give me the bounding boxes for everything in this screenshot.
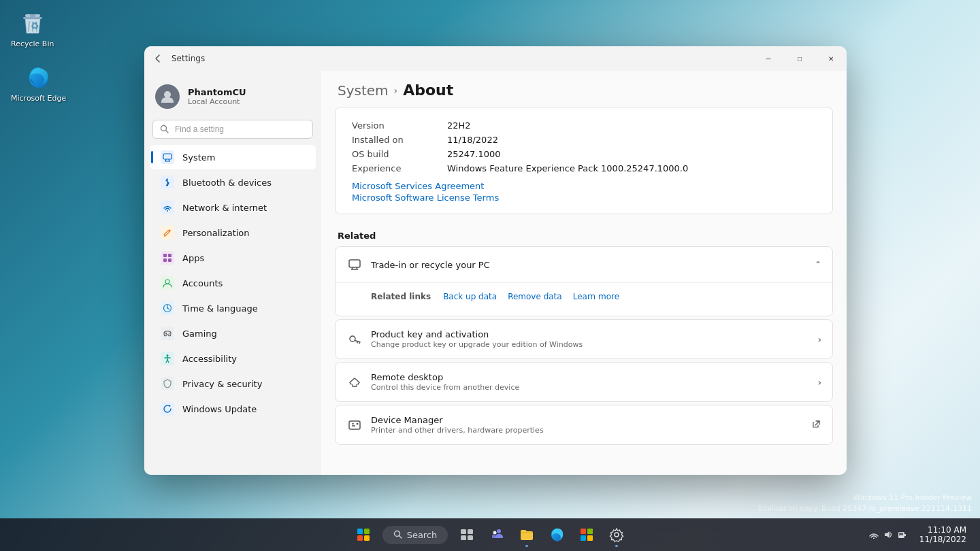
svg-line-23 bbox=[167, 308, 169, 310]
user-info: PhantomCU Local Account bbox=[188, 87, 310, 106]
task-view-button[interactable] bbox=[453, 521, 480, 548]
svg-rect-33 bbox=[349, 260, 360, 267]
device-manager-row[interactable]: Device Manager Printer and other drivers… bbox=[336, 405, 832, 444]
trade-in-title: Trade-in or recycle your PC bbox=[371, 260, 806, 270]
svg-rect-55 bbox=[468, 535, 473, 540]
teams-button[interactable] bbox=[483, 521, 510, 548]
svg-rect-67 bbox=[899, 535, 903, 537]
breadcrumb-parent: System bbox=[338, 82, 389, 99]
sidebar-item-accounts[interactable]: Accounts bbox=[150, 271, 316, 295]
taskbar-right: 11:10 AM 11/18/2022 bbox=[864, 518, 980, 551]
sidebar-item-gaming[interactable]: Gaming bbox=[150, 321, 316, 346]
svg-rect-46 bbox=[357, 529, 363, 534]
product-key-row[interactable]: Product key and activation Change produc… bbox=[336, 320, 832, 358]
maximize-button[interactable]: □ bbox=[784, 46, 815, 71]
related-item-remote-desktop: Remote desktop Control this device from … bbox=[335, 362, 833, 402]
mslt-link[interactable]: Microsoft Software License Terms bbox=[352, 193, 816, 203]
start-button[interactable] bbox=[350, 521, 377, 548]
settings-taskbar-button[interactable] bbox=[603, 521, 630, 548]
sidebar-item-network[interactable]: Network & internet bbox=[150, 195, 316, 220]
trade-in-header[interactable]: Trade-in or recycle your PC ⌃ bbox=[336, 247, 832, 282]
store-button[interactable] bbox=[573, 521, 600, 548]
info-row-experience: Experience Windows Feature Experience Pa… bbox=[352, 161, 816, 176]
sidebar-label-personalization: Personalization bbox=[182, 228, 250, 238]
edge-taskbar-button[interactable] bbox=[543, 521, 570, 548]
version-value: 22H2 bbox=[447, 120, 471, 131]
file-explorer-button[interactable] bbox=[513, 521, 540, 548]
sidebar-item-time[interactable]: Time & language bbox=[150, 296, 316, 320]
svg-point-14 bbox=[167, 210, 168, 212]
product-key-arrow: › bbox=[817, 334, 821, 345]
taskbar-search-icon bbox=[393, 530, 403, 539]
privacy-icon bbox=[161, 377, 174, 390]
svg-point-20 bbox=[165, 280, 169, 284]
learn-more-link[interactable]: Learn more bbox=[569, 290, 623, 303]
svg-rect-52 bbox=[461, 529, 466, 534]
sidebar-search-box[interactable] bbox=[152, 120, 313, 139]
clock-date: 11/18/2022 bbox=[919, 535, 966, 544]
time-icon bbox=[161, 301, 174, 315]
teams-icon bbox=[489, 527, 504, 542]
remote-desktop-row[interactable]: Remote desktop Control this device from … bbox=[336, 363, 832, 401]
watermark-line1: Windows 11 Pro Insider Preview bbox=[758, 492, 972, 503]
svg-rect-16 bbox=[163, 254, 167, 257]
bluetooth-icon bbox=[161, 176, 174, 189]
breadcrumb-separator: › bbox=[394, 85, 398, 96]
taskbar-search[interactable]: Search bbox=[382, 526, 448, 544]
search-input[interactable] bbox=[175, 124, 306, 134]
minimize-button[interactable]: ─ bbox=[753, 46, 784, 71]
installed-label: Installed on bbox=[352, 135, 447, 145]
sidebar-label-accessibility: Accessibility bbox=[182, 354, 237, 364]
watermark-line2: Evaluation copy. Build 25247.rs_prerelea… bbox=[758, 503, 972, 514]
sidebar-item-system[interactable]: System bbox=[150, 145, 316, 169]
close-button[interactable]: ✕ bbox=[815, 46, 847, 71]
sidebar-item-privacy[interactable]: Privacy & security bbox=[150, 371, 316, 396]
desktop: ♻ Recycle Bin bbox=[0, 0, 980, 551]
desktop-icon-recycle-bin[interactable]: ♻ Recycle Bin bbox=[8, 7, 56, 51]
remove-data-link[interactable]: Remove data bbox=[504, 290, 566, 303]
sidebar-item-personalization[interactable]: Personalization bbox=[150, 220, 316, 245]
svg-rect-58 bbox=[581, 529, 586, 534]
backup-data-link[interactable]: Back up data bbox=[439, 290, 501, 303]
sidebar-label-time: Time & language bbox=[182, 303, 258, 314]
device-manager-external bbox=[812, 419, 821, 431]
sidebar-label-bluetooth: Bluetooth & devices bbox=[182, 178, 272, 188]
svg-line-3 bbox=[29, 22, 29, 31]
device-manager-title: Device Manager bbox=[371, 415, 804, 425]
store-icon bbox=[579, 527, 594, 542]
system-info-card: Version 22H2 Installed on 11/18/2022 OS … bbox=[335, 107, 833, 214]
svg-point-37 bbox=[350, 336, 355, 341]
sidebar-label-privacy: Privacy & security bbox=[182, 379, 262, 389]
trade-in-icon bbox=[346, 256, 363, 273]
title-bar-controls: ─ □ ✕ bbox=[753, 46, 847, 71]
related-item-trade-in: Trade-in or recycle your PC ⌃ Related li… bbox=[335, 246, 833, 316]
svg-text:♻: ♻ bbox=[31, 20, 39, 31]
sidebar-label-gaming: Gaming bbox=[182, 329, 217, 339]
system-tray[interactable] bbox=[864, 527, 911, 542]
gaming-icon bbox=[161, 327, 174, 340]
taskbar-center: Search bbox=[350, 521, 631, 548]
remote-desktop-arrow: › bbox=[817, 377, 821, 388]
svg-rect-60 bbox=[581, 535, 586, 541]
sidebar-item-bluetooth[interactable]: Bluetooth & devices bbox=[150, 170, 316, 195]
device-manager-icon bbox=[346, 417, 363, 433]
info-row-version: Version 22H2 bbox=[352, 118, 816, 133]
svg-point-62 bbox=[615, 533, 619, 537]
username: PhantomCU bbox=[188, 87, 310, 97]
user-account-type: Local Account bbox=[188, 97, 310, 106]
sidebar-item-accessibility[interactable]: Accessibility bbox=[150, 346, 316, 371]
edge-label: Microsoft Edge bbox=[11, 94, 66, 103]
back-arrow-icon[interactable] bbox=[152, 53, 163, 64]
msa-link[interactable]: Microsoft Services Agreement bbox=[352, 181, 816, 191]
sidebar-item-update[interactable]: Windows Update bbox=[150, 397, 316, 421]
breadcrumb: System › About bbox=[321, 71, 847, 107]
user-section[interactable]: PhantomCU Local Account bbox=[144, 76, 321, 120]
desktop-icon-edge[interactable]: Microsoft Edge bbox=[8, 61, 69, 105]
related-links-label: Related links bbox=[371, 292, 431, 301]
sidebar-label-system: System bbox=[182, 152, 215, 163]
trade-in-chevron: ⌃ bbox=[815, 260, 821, 269]
product-key-icon bbox=[346, 331, 363, 348]
nav-items: System Bluetooth & devices bbox=[144, 144, 321, 422]
clock[interactable]: 11:10 AM 11/18/2022 bbox=[914, 522, 972, 547]
sidebar-item-apps[interactable]: Apps bbox=[150, 246, 316, 270]
